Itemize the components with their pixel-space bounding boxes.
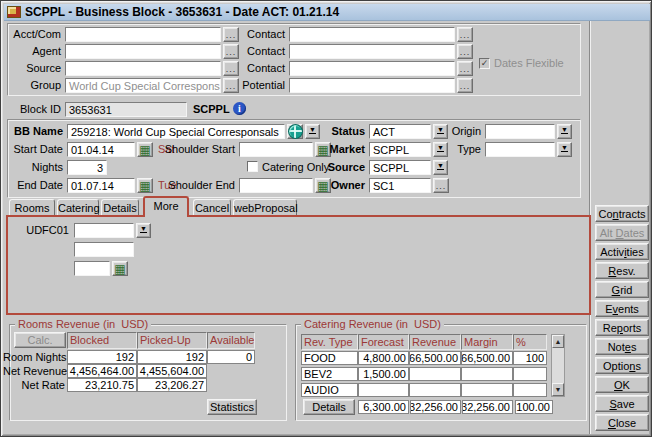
scroll-up-button[interactable]: ▲ bbox=[552, 335, 564, 348]
contact2-field[interactable] bbox=[289, 44, 455, 59]
market-field[interactable]: SCPPL bbox=[369, 142, 431, 157]
globe-icon bbox=[289, 125, 302, 138]
nights-label: Nights bbox=[1, 160, 63, 175]
calc-button[interactable]: Calc. bbox=[14, 332, 66, 348]
calendar-icon: ▦ bbox=[139, 144, 150, 156]
tab-cancel[interactable]: Cancel bbox=[193, 199, 231, 216]
action-button-contracts[interactable]: Contracts bbox=[595, 205, 649, 222]
source-dropdown-button[interactable]: ▼ bbox=[433, 160, 448, 175]
catering-col-pct: % bbox=[513, 334, 547, 350]
catering-cell bbox=[513, 383, 547, 397]
agent-label: Agent bbox=[1, 44, 61, 59]
contact1-label: Contact bbox=[225, 27, 285, 42]
ellipsis-icon: ... bbox=[460, 32, 471, 38]
catering-total-pct: 100.00 bbox=[515, 400, 553, 414]
statistics-button[interactable]: Statistics bbox=[207, 399, 257, 415]
udf-field-2[interactable] bbox=[74, 242, 134, 257]
action-button-events[interactable]: Events bbox=[595, 300, 649, 317]
calendar-icon: ▦ bbox=[114, 263, 125, 275]
catering-total-revenue: ,332,256.00 bbox=[410, 400, 461, 414]
tab-more[interactable]: More bbox=[143, 196, 189, 217]
contact3-lov-button[interactable]: ... bbox=[457, 61, 473, 76]
origin-label: Origin bbox=[431, 124, 481, 139]
rooms-row-label: Net Revenue bbox=[3, 364, 65, 379]
start-date-label: Start Date bbox=[1, 142, 63, 157]
info-icon[interactable]: i bbox=[233, 102, 246, 115]
catering-cell: 100 bbox=[513, 351, 547, 365]
ellipsis-icon: ... bbox=[436, 183, 447, 189]
catering-scrollbar[interactable]: ▲ ▼ bbox=[551, 334, 565, 397]
rooms-col-picked-up: Picked-Up bbox=[137, 332, 207, 349]
owner-lov-button[interactable]: ... bbox=[433, 178, 449, 193]
nights-field[interactable]: 3 bbox=[67, 160, 107, 175]
rooms-cell: 0 bbox=[207, 350, 255, 364]
udf-field-3[interactable] bbox=[74, 261, 110, 276]
type-field[interactable] bbox=[485, 142, 555, 157]
block-id-label: Block ID bbox=[1, 102, 61, 117]
catering-only-checkbox[interactable] bbox=[247, 161, 258, 172]
tab-rooms[interactable]: Rooms bbox=[9, 199, 55, 216]
contact3-field[interactable] bbox=[289, 61, 455, 76]
status-label: Status bbox=[315, 124, 365, 139]
acct-com-label: Acct/Com bbox=[1, 27, 61, 42]
agent-field[interactable] bbox=[65, 44, 221, 59]
catering-cell bbox=[461, 383, 513, 397]
origin-field[interactable] bbox=[485, 124, 555, 139]
dates-flexible-checkbox[interactable]: ✓ bbox=[479, 58, 490, 69]
acct-com-field[interactable] bbox=[65, 27, 221, 42]
rooms-cell: 4,455,604.00 bbox=[137, 364, 207, 378]
business-block-window: SCPPL - Business Block - 3653631 - Date … bbox=[0, 0, 652, 437]
udfc01-field[interactable] bbox=[74, 223, 134, 238]
catering-cell bbox=[409, 367, 461, 381]
shoulder-start-field[interactable] bbox=[239, 142, 313, 157]
potential-lov-button[interactable]: ... bbox=[457, 78, 473, 93]
contact1-field[interactable] bbox=[289, 27, 455, 42]
contact2-lov-button[interactable]: ... bbox=[457, 44, 473, 59]
group-label: Group bbox=[1, 78, 61, 93]
end-date-field[interactable]: 01.07.14 bbox=[67, 178, 135, 193]
group-field[interactable]: World Cup Special Corresponsals bbox=[65, 78, 221, 93]
start-date-field[interactable]: 01.04.14 bbox=[67, 142, 135, 157]
tab-details[interactable]: Details bbox=[101, 199, 139, 216]
action-button-resv[interactable]: Resv. bbox=[595, 262, 649, 279]
tab-catering[interactable]: Catering bbox=[57, 199, 99, 216]
ellipsis-icon: ... bbox=[460, 49, 471, 55]
catering-total-forecast: 6,300.00 bbox=[358, 400, 409, 414]
catering-cell: BEV2 bbox=[301, 367, 358, 381]
app-icon bbox=[7, 6, 21, 18]
udf-date-calendar-button[interactable]: ▦ bbox=[112, 261, 128, 276]
bb-name-web-button[interactable] bbox=[287, 124, 303, 139]
udfc01-dropdown-button[interactable]: ▼ bbox=[136, 223, 151, 238]
chevron-down-icon: ▼ bbox=[561, 127, 568, 134]
origin-dropdown-button[interactable]: ▼ bbox=[557, 124, 572, 139]
shoulder-end-field[interactable] bbox=[239, 178, 313, 193]
action-button-close[interactable]: Close bbox=[595, 414, 649, 431]
type-dropdown-button[interactable]: ▼ bbox=[557, 142, 572, 157]
action-button-reports[interactable]: Reports bbox=[595, 319, 649, 336]
status-field[interactable]: ACT bbox=[369, 124, 431, 139]
chevron-down-icon: ▼ bbox=[561, 145, 568, 152]
action-button-activities[interactable]: Activities bbox=[595, 243, 649, 260]
action-button-grid[interactable]: Grid bbox=[595, 281, 649, 298]
source-company-field[interactable] bbox=[65, 61, 221, 76]
window-title: SCPPL - Business Block - 3653631 - Date … bbox=[25, 5, 339, 19]
chevron-down-icon: ▼ bbox=[140, 226, 147, 233]
action-button-notes[interactable]: Notes bbox=[595, 338, 649, 355]
potential-field[interactable] bbox=[289, 78, 455, 93]
action-button-alt-dates[interactable]: Alt Dates bbox=[595, 224, 649, 241]
source-field[interactable]: SCPPL bbox=[369, 160, 431, 175]
contact1-lov-button[interactable]: ... bbox=[457, 27, 473, 42]
details-button[interactable]: Details bbox=[303, 399, 355, 415]
property-code-label: SCPPL bbox=[193, 102, 233, 117]
action-button-save[interactable]: Save bbox=[595, 395, 649, 412]
tab-webproposal[interactable]: webProposal bbox=[233, 199, 297, 216]
block-id-field[interactable]: 3653631 bbox=[65, 102, 187, 117]
action-button-options[interactable]: Options bbox=[595, 357, 649, 374]
owner-field[interactable]: SC1 bbox=[369, 178, 431, 193]
catering-cell bbox=[513, 367, 547, 381]
type-label: Type bbox=[431, 142, 481, 157]
catering-cell bbox=[409, 383, 461, 397]
scroll-down-button[interactable]: ▼ bbox=[552, 383, 564, 396]
bb-name-field[interactable]: 259218: World Cup Special Corresponsals bbox=[67, 124, 285, 139]
action-button-ok[interactable]: OK bbox=[595, 376, 649, 393]
